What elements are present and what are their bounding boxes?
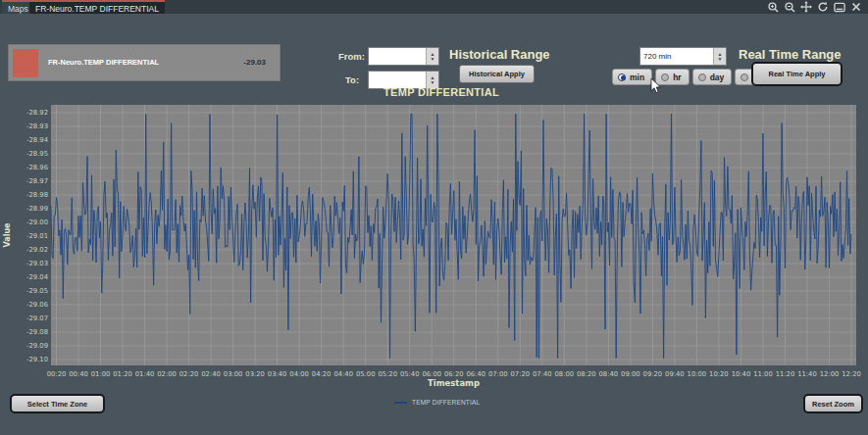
pan-icon[interactable] [800,1,812,13]
legend-label: TEMP DIFFERENTIAL [412,399,480,406]
svg-text:02:40: 02:40 [201,370,221,378]
svg-text:11:00: 11:00 [753,370,773,378]
svg-text:11:40: 11:40 [797,370,817,378]
svg-text:08:40: 08:40 [599,370,619,378]
select-timezone-button[interactable]: Select Time Zone [10,394,105,413]
svg-text:02:00: 02:00 [157,370,177,378]
application-window: -28.92-28.93-28.94-28.95-28.96-28.97-28.… [0,0,868,435]
svg-text:06:00: 06:00 [422,370,441,378]
tab-fr-neuro-label: FR-Neuro.TEMP DIFFERENTIAL [35,4,159,14]
historical-range-heading: Historical Range [449,47,550,62]
svg-text:07:40: 07:40 [533,370,552,378]
tag-summary-panel[interactable]: FR-Neuro.TEMP DIFFERENTIAL -29.03 [8,44,281,81]
radio-dot-icon [661,73,669,81]
historical-apply-button[interactable]: Historical Apply [459,65,535,83]
svg-text:09:00: 09:00 [621,370,640,378]
from-input[interactable] [369,48,426,65]
svg-text:10:20: 10:20 [709,370,729,378]
realtime-apply-label: Real Time Apply [769,70,826,78]
realtime-apply-button[interactable]: Real Time Apply [751,62,842,86]
tag-status-swatch [13,49,38,77]
svg-text:-29.00: -29.00 [26,218,48,226]
svg-text:06:40: 06:40 [466,370,485,378]
chart-title: TEMP DIFFERENTIAL [294,86,588,98]
select-timezone-label: Select Time Zone [27,400,88,409]
realtime-range-input[interactable] [640,48,713,65]
svg-text:-29.07: -29.07 [26,314,48,322]
refresh-icon[interactable] [817,1,829,13]
radio-dot-icon [618,73,626,81]
svg-text:-29.10: -29.10 [26,356,48,363]
tag-current-value: -29.03 [243,58,266,67]
svg-text:-29.03: -29.03 [26,260,48,267]
svg-text:-28.94: -28.94 [26,136,48,144]
unit-radio-min[interactable]: min [612,69,652,85]
chart-legend: TEMP DIFFERENTIAL [394,399,480,406]
svg-text:02:20: 02:20 [179,370,199,378]
tag-label: FR-Neuro.TEMP DIFFERENTIAL [48,58,159,67]
window-controls [767,1,862,13]
y-axis-label: Value [3,222,12,248]
legend-line-icon [394,402,407,404]
svg-text:10:40: 10:40 [732,370,751,378]
zoom-in-icon[interactable] [767,1,779,13]
svg-text:08:00: 08:00 [555,370,575,378]
x-axis-label: Timestamp [428,378,480,388]
svg-text:-28.99: -28.99 [26,205,48,213]
reset-zoom-button[interactable]: Reset Zoom [803,394,863,413]
svg-text:12:20: 12:20 [842,370,861,378]
zoom-out-icon[interactable] [784,1,795,13]
svg-text:00:20: 00:20 [47,370,67,378]
from-label: From: [338,51,365,62]
svg-text:08:20: 08:20 [577,370,596,378]
unit-day-label: day [710,72,725,82]
unit-radio-day[interactable]: day [692,69,733,85]
minimize-icon[interactable] [834,1,845,13]
realtime-range-input-wrap: ▲▼ [639,47,727,66]
svg-text:03:00: 03:00 [224,370,243,378]
svg-text:07:00: 07:00 [488,370,508,378]
svg-text:-29.09: -29.09 [26,342,48,350]
svg-text:-28.97: -28.97 [26,177,48,185]
svg-text:10:00: 10:00 [688,370,707,378]
svg-text:04:00: 04:00 [289,370,309,378]
historical-apply-label: Historical Apply [469,70,525,78]
svg-text:-29.08: -29.08 [26,328,48,336]
svg-text:04:20: 04:20 [312,370,332,378]
svg-text:-28.96: -28.96 [26,164,48,171]
reset-zoom-label: Reset Zoom [812,400,854,409]
svg-text:12:00: 12:00 [820,370,840,378]
mouse-cursor [650,78,662,98]
realtime-range-heading: Real Time Range [739,47,842,62]
close-icon[interactable] [850,1,862,13]
svg-text:01:40: 01:40 [135,370,155,378]
svg-text:05:40: 05:40 [400,370,420,378]
realtime-range-spinner[interactable]: ▲▼ [713,48,726,65]
svg-text:-28.95: -28.95 [26,150,48,158]
svg-text:06:20: 06:20 [444,370,464,378]
to-label: To: [345,74,359,85]
tab-bar: Maps FR-Neuro.TEMP DIFFERENTIAL [0,0,868,14]
unit-radio-group: min hr day wk [612,69,772,85]
from-spinner[interactable]: ▲▼ [426,48,438,65]
svg-text:-28.92: -28.92 [26,109,48,117]
unit-hr-label: hr [673,72,682,82]
svg-text:-28.93: -28.93 [26,122,48,130]
radio-dot-icon [740,73,748,81]
svg-text:05:20: 05:20 [378,370,397,378]
svg-text:05:00: 05:00 [356,370,376,378]
svg-text:-29.06: -29.06 [26,301,48,309]
svg-text:-29.04: -29.04 [26,273,48,281]
unit-min-label: min [630,72,644,82]
svg-text:00:40: 00:40 [69,370,88,378]
tab-fr-neuro-temp-differential[interactable]: FR-Neuro.TEMP DIFFERENTIAL [29,0,165,14]
svg-text:01:00: 01:00 [91,370,111,378]
svg-text:-29.02: -29.02 [26,246,48,254]
svg-text:-28.98: -28.98 [26,191,48,199]
svg-text:03:40: 03:40 [268,370,287,378]
svg-text:-29.05: -29.05 [26,287,48,295]
tab-maps-label: Maps [8,4,28,14]
svg-text:09:40: 09:40 [665,370,685,378]
radio-dot-icon [698,73,706,81]
svg-text:03:20: 03:20 [245,370,265,378]
